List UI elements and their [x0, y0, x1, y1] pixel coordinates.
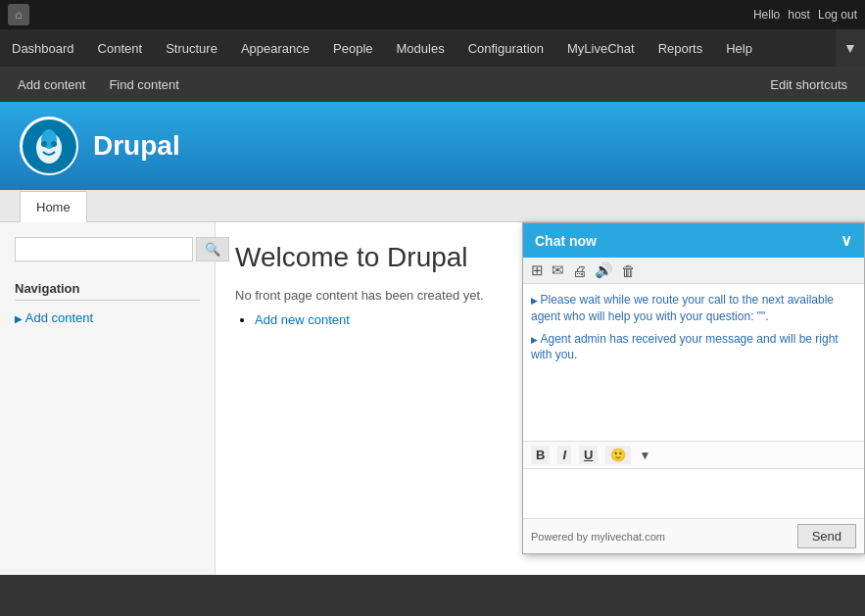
- admin-bar-left: ⌂: [8, 4, 29, 25]
- admin-bar-right: Hello host Log out: [753, 8, 857, 22]
- chat-tool-sound-icon[interactable]: 🔊: [595, 261, 613, 279]
- chat-minimize-button[interactable]: ∨: [841, 231, 852, 250]
- chat-tool-delete-icon[interactable]: 🗑: [621, 262, 636, 279]
- tab-row: Home: [0, 190, 865, 222]
- chat-toolbar: ⊞ ✉ 🖨 🔊 🗑: [523, 258, 864, 284]
- nav-dashboard[interactable]: Dashboard: [0, 29, 86, 67]
- site-header: Drupal: [0, 102, 865, 190]
- main-nav: Dashboard Content Structure Appearance P…: [0, 29, 865, 67]
- navigation-section: Navigation Add content: [15, 281, 200, 327]
- find-content-shortcut[interactable]: Find content: [99, 73, 189, 96]
- add-content-shortcut[interactable]: Add content: [8, 73, 95, 96]
- underline-button[interactable]: U: [579, 446, 598, 464]
- nav-appearance[interactable]: Appearance: [229, 29, 321, 67]
- nav-structure[interactable]: Structure: [154, 29, 229, 67]
- chat-tool-grid-icon[interactable]: ⊞: [531, 261, 544, 279]
- chat-widget: Chat now ∨ ⊞ ✉ 🖨 🔊 🗑 Please wait while w…: [522, 222, 865, 554]
- nav-arrow[interactable]: ▼: [836, 29, 865, 67]
- nav-configuration[interactable]: Configuration: [457, 29, 555, 67]
- chat-message-0: Please wait while we route your call to …: [531, 292, 856, 325]
- nav-people[interactable]: People: [321, 29, 384, 67]
- site-title: Drupal: [93, 130, 180, 162]
- logo-inner: [23, 119, 76, 173]
- username-link[interactable]: host: [788, 8, 810, 22]
- add-content-nav-link[interactable]: Add content: [15, 308, 200, 327]
- home-button[interactable]: ⌂: [8, 4, 29, 25]
- chat-send-button[interactable]: Send: [797, 524, 856, 548]
- drupal-logo-svg: [30, 124, 68, 167]
- chat-title: Chat now: [535, 233, 597, 249]
- chat-tool-print-icon[interactable]: 🖨: [572, 262, 587, 279]
- logout-link[interactable]: Log out: [818, 8, 857, 22]
- edit-shortcuts-link[interactable]: Edit shortcuts: [760, 73, 857, 96]
- emoji-dropdown-arrow[interactable]: ▼: [639, 449, 650, 462]
- nav-reports[interactable]: Reports: [647, 29, 715, 67]
- greeting-text: Hello: [753, 8, 780, 22]
- emoji-button[interactable]: 🙂: [605, 446, 631, 464]
- chat-footer: Powered by mylivechat.com Send: [523, 518, 864, 553]
- chat-tool-email-icon[interactable]: ✉: [552, 261, 564, 279]
- shortcuts-bar: Add content Find content Edit shortcuts: [0, 67, 865, 102]
- drupal-logo: [20, 117, 78, 175]
- footer: [0, 575, 865, 616]
- chat-messages: Please wait while we route your call to …: [523, 284, 864, 441]
- tab-home[interactable]: Home: [20, 191, 87, 222]
- chat-message-1: Agent admin has received your message an…: [531, 331, 856, 364]
- chat-input-area[interactable]: [523, 469, 864, 518]
- admin-bar: ⌂ Hello host Log out: [0, 0, 865, 29]
- nav-content[interactable]: Content: [86, 29, 155, 67]
- nav-modules[interactable]: Modules: [385, 29, 457, 67]
- italic-button[interactable]: I: [557, 446, 571, 464]
- chat-header[interactable]: Chat now ∨: [523, 223, 864, 258]
- chat-format-bar: B I U 🙂 ▼: [523, 441, 864, 469]
- shortcut-links: Add content Find content: [8, 73, 189, 96]
- nav-help[interactable]: Help: [714, 29, 764, 67]
- nav-mylivechat[interactable]: MyLiveChat: [555, 29, 647, 67]
- chat-powered-by: Powered by mylivechat.com: [531, 531, 665, 543]
- add-new-content-link[interactable]: Add new content: [255, 312, 350, 327]
- svg-point-2: [41, 141, 47, 147]
- bold-button[interactable]: B: [531, 446, 550, 464]
- navigation-title: Navigation: [15, 281, 200, 301]
- search-box: 🔍: [15, 237, 200, 261]
- sidebar: 🔍 Navigation Add content: [0, 222, 216, 575]
- svg-point-3: [51, 141, 57, 147]
- search-input[interactable]: [15, 237, 193, 261]
- home-icon: ⌂: [15, 8, 22, 22]
- content-area: 🔍 Navigation Add content Welcome to Drup…: [0, 222, 865, 575]
